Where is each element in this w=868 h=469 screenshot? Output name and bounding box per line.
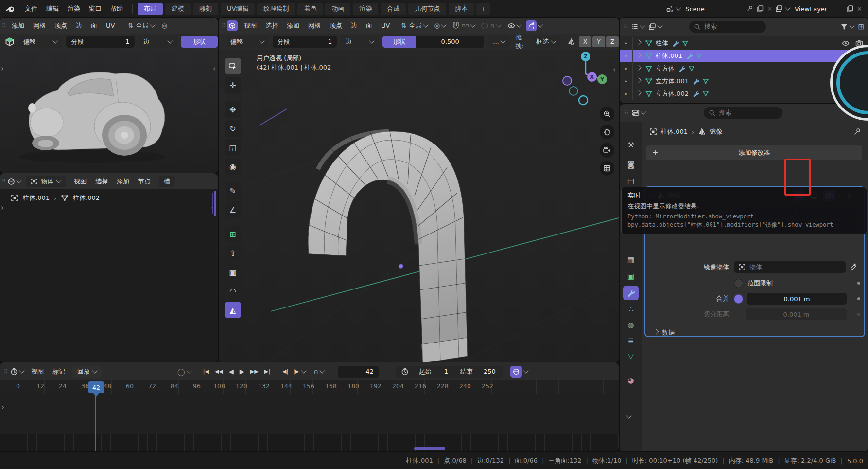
filter-restriction-dropdown[interactable]: [648, 18, 662, 36]
shape-value-slider[interactable]: 0.500: [416, 36, 484, 48]
animate-decorator-dot[interactable]: [857, 297, 860, 300]
data-subpanel-header[interactable]: 数据: [645, 326, 864, 339]
mirror-axis-button[interactable]: Z: [606, 36, 619, 47]
clipping-checkbox[interactable]: [734, 279, 743, 288]
merge-distance-field[interactable]: 0.001 m: [747, 293, 847, 305]
workspace-tab[interactable]: 几何节点: [408, 3, 446, 15]
shader-mode-dropdown[interactable]: 物体: [26, 176, 66, 187]
viewport-menu-item[interactable]: 添加: [282, 21, 304, 30]
header-drag-handle[interactable]: ⠿: [624, 24, 627, 30]
auto-keying-toggle[interactable]: ◯: [177, 362, 191, 380]
offset-type-dropdown[interactable]: 偏移: [18, 36, 62, 48]
sync-dropdown[interactable]: [510, 362, 528, 380]
current-frame-field[interactable]: 42: [338, 366, 379, 378]
mirror-axis-button[interactable]: Y: [592, 36, 605, 47]
expand-chevron-icon[interactable]: [636, 90, 641, 95]
pin-icon[interactable]: [746, 5, 753, 12]
proportional-edit-icon[interactable]: ◯: [481, 22, 488, 29]
bisect-distance-field[interactable]: 0.001 m: [746, 308, 847, 320]
workspace-tab[interactable]: 动画: [325, 3, 350, 15]
viewlayer-selector[interactable]: ViewLayer ✕: [775, 2, 862, 15]
pivot-icon[interactable]: ◎: [161, 22, 167, 29]
tab-constraints[interactable]: ≣: [623, 333, 639, 348]
left-viewport-canvas[interactable]: › ‹: [0, 50, 218, 173]
timeline-menu-item[interactable]: 标记: [48, 367, 69, 376]
workspace-tab[interactable]: 渲染: [353, 3, 378, 15]
timeline-ruler[interactable]: 0122436486072849610812013214415616818019…: [0, 380, 619, 395]
modifier-wrench-icon[interactable]: [686, 53, 693, 59]
viewport-menu-item[interactable]: 边: [71, 21, 87, 30]
add-cube-tool-button[interactable]: ⊞: [225, 226, 241, 242]
mesh-data-icon[interactable]: [682, 40, 689, 47]
properties-search[interactable]: 搜索: [704, 107, 782, 119]
scene-selector[interactable]: Scene ✕: [666, 2, 772, 15]
object-name[interactable]: 柱体.001: [656, 52, 682, 60]
end-frame-field[interactable]: 结束250: [454, 366, 502, 378]
viewport-menu-item[interactable]: UV: [102, 22, 119, 29]
tab-physics[interactable]: ◍: [623, 318, 639, 332]
viewport-menu-item[interactable]: 面: [362, 21, 377, 30]
pan-hand-button[interactable]: [600, 125, 614, 139]
viewport-menu-item[interactable]: 选择: [261, 21, 282, 30]
orientation-dropdown[interactable]: ⇅ 全局: [401, 18, 428, 34]
mirror-object-field[interactable]: 物体: [734, 261, 846, 273]
object-name[interactable]: 柱体: [656, 39, 668, 48]
modifier-wrench-icon[interactable]: [693, 90, 699, 97]
merge-checkbox[interactable]: [734, 294, 743, 304]
gizmos-dropdown[interactable]: [526, 18, 542, 34]
collapse-panel-arrow[interactable]: ‹: [613, 65, 616, 74]
viewport-menu-item[interactable]: 添加: [7, 21, 29, 30]
pivot-dropdown[interactable]: ◎: [434, 18, 445, 34]
playback-menu[interactable]: 回放: [72, 366, 102, 378]
outliner-row[interactable]: • 柱体.001: [620, 50, 868, 62]
timeline-keyframe-area[interactable]: ›: [0, 394, 619, 451]
affect-dropdown[interactable]: 边: [139, 36, 177, 48]
header-drag-handle[interactable]: ⠿: [2, 178, 5, 184]
shader-menu-item[interactable]: 视图: [69, 177, 91, 186]
viewport-menu-item[interactable]: 顶点: [325, 21, 347, 30]
inset-faces-tool-button[interactable]: ▣: [225, 264, 241, 280]
mirror-axis-button[interactable]: X: [579, 36, 591, 47]
offset-type-dropdown[interactable]: 偏移: [226, 36, 269, 48]
breadcrumb-data[interactable]: 柱体.002: [73, 194, 100, 202]
tab-modifiers[interactable]: [623, 286, 639, 300]
modifier-wrench-icon[interactable]: [678, 65, 685, 72]
viewport-menu-item[interactable]: 边: [347, 21, 362, 30]
measure-tool-button[interactable]: ∠: [225, 201, 241, 218]
blender-logo-icon[interactable]: [6, 4, 16, 14]
viewport-menu-item[interactable]: 视图: [240, 21, 261, 30]
hide-eye-icon[interactable]: [842, 39, 850, 47]
segments-field[interactable]: 分段1: [273, 36, 337, 48]
cursor-tool-button[interactable]: ✛: [225, 77, 241, 93]
shader-menu-item[interactable]: 添加: [112, 177, 134, 186]
tab-object-data[interactable]: ▽: [623, 349, 639, 363]
workspace-tab[interactable]: 合成: [381, 3, 406, 15]
mesh-data-icon[interactable]: [688, 65, 695, 72]
move-tool-button[interactable]: ✥: [225, 101, 241, 118]
editor-type-button[interactable]: [227, 18, 238, 34]
modifier-wrench-icon[interactable]: [693, 78, 699, 85]
prev-keyframe-button[interactable]: ◀◀: [212, 366, 226, 377]
orthographic-toggle-button[interactable]: [600, 161, 614, 176]
scale-tool-button[interactable]: ◱: [225, 139, 241, 156]
orientation-dropdown[interactable]: ⇅ 全局: [128, 18, 155, 34]
expand-chevron-icon[interactable]: [636, 77, 641, 83]
shape-toggle[interactable]: 形状: [382, 36, 417, 48]
mesh-data-icon[interactable]: [702, 90, 709, 97]
display-mode-dropdown[interactable]: [631, 18, 644, 36]
snap-dropdown[interactable]: ▫▫: [452, 18, 475, 34]
timeline-menu-item[interactable]: 视图: [27, 367, 48, 376]
timeline-scrollbar-thumb[interactable]: [414, 447, 445, 450]
expand-panel-arrow[interactable]: ›: [1, 403, 4, 412]
workspace-tab[interactable]: UV编辑: [221, 3, 255, 15]
proportional-edit-dropdown[interactable]: ◯ ∩: [481, 18, 501, 34]
preview-range-toggle[interactable]: ∩: [313, 362, 324, 380]
expand-chevron-icon[interactable]: [636, 65, 641, 70]
visibility-dropdown[interactable]: [507, 18, 521, 34]
workspace-tab[interactable]: 纹理绘制: [257, 3, 295, 15]
breadcrumb-object[interactable]: 柱体.001: [23, 194, 50, 202]
expand-panel-arrow[interactable]: ›: [1, 203, 4, 212]
expand-chevron-icon[interactable]: [636, 39, 641, 45]
editor-type-button[interactable]: [10, 362, 24, 380]
tab-output[interactable]: ▤: [623, 174, 639, 188]
